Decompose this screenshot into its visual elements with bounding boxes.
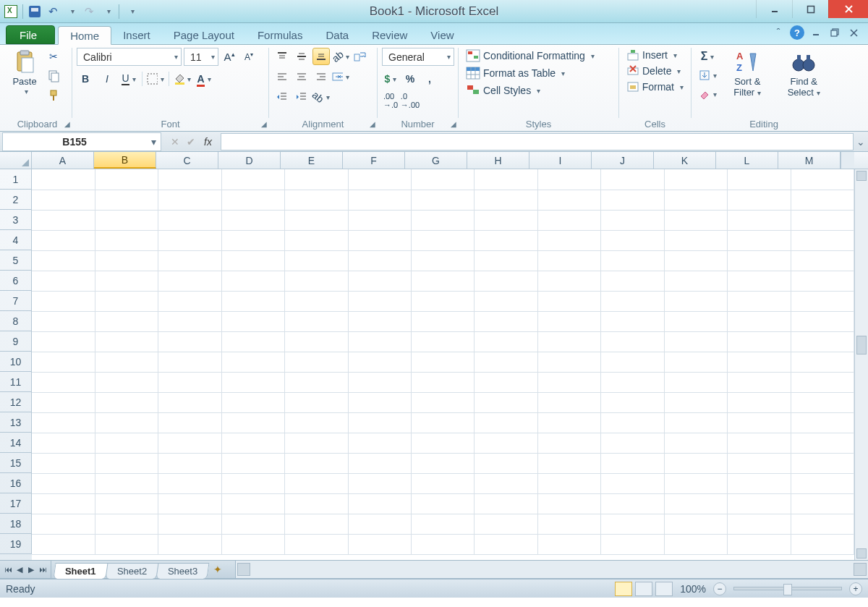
scroll-thumb[interactable] [856,336,867,355]
cell[interactable] [664,493,727,514]
cell[interactable] [158,392,221,412]
cell[interactable] [95,473,158,493]
cell[interactable] [412,534,475,554]
cell[interactable] [791,352,854,372]
cell[interactable] [412,311,475,331]
workbook-minimize-button[interactable] [809,25,823,40]
row-header-6[interactable]: 6 [0,271,32,291]
cell[interactable] [791,190,854,210]
chevron-down-icon[interactable]: ▾ [146,136,161,148]
cell[interactable] [285,412,348,433]
zoom-level[interactable]: 100% [680,583,706,595]
page-layout-view-button[interactable] [635,582,652,596]
row-header-3[interactable]: 3 [0,210,32,230]
format-painter-button[interactable] [45,87,62,104]
formula-input[interactable] [221,133,854,150]
cell[interactable] [348,473,411,493]
cell[interactable] [791,473,854,493]
delete-cells-button[interactable]: Delete▾ [624,64,686,78]
zoom-slider[interactable] [733,587,842,590]
column-header-G[interactable]: G [405,152,467,169]
cell[interactable] [601,291,664,311]
cell[interactable] [32,514,95,534]
cell[interactable] [158,169,221,190]
cell[interactable] [95,331,158,352]
redo-button[interactable]: ↷ [81,4,97,20]
cell[interactable] [791,250,854,271]
cell[interactable] [412,412,475,433]
column-header-K[interactable]: K [654,152,716,169]
cell[interactable] [158,311,221,331]
cell[interactable] [664,352,727,372]
font-name-combo[interactable]: Calibri▾ [77,48,182,66]
cell[interactable] [221,190,284,210]
cell[interactable] [475,392,537,412]
cell[interactable] [285,271,348,291]
cell[interactable] [412,514,475,534]
cell[interactable] [728,169,791,190]
cell[interactable] [348,352,411,372]
expand-formula-bar-button[interactable]: ⌄ [854,136,868,148]
column-header-L[interactable]: L [716,152,778,169]
cell[interactable] [32,412,95,433]
cell[interactable] [412,433,475,453]
cell[interactable] [412,372,475,392]
cell[interactable] [537,514,600,534]
cell[interactable] [537,473,600,493]
cell[interactable] [221,534,284,554]
column-header-J[interactable]: J [592,152,654,169]
cell[interactable] [728,210,791,230]
cell[interactable] [728,352,791,372]
cell[interactable] [221,514,284,534]
dialog-launcher-icon[interactable]: ◢ [370,120,375,128]
cell[interactable] [221,453,284,473]
cell[interactable] [412,230,475,250]
cell[interactable] [348,230,411,250]
cell[interactable] [728,311,791,331]
cell[interactable] [221,331,284,352]
cell[interactable] [664,412,727,433]
cell[interactable] [475,190,537,210]
undo-button[interactable]: ↶ [45,4,61,20]
align-center-button[interactable] [293,68,310,85]
cell[interactable] [412,169,475,190]
increase-font-button[interactable]: A▴ [221,48,238,66]
cell[interactable] [601,311,664,331]
cell[interactable] [664,210,727,230]
cell[interactable] [285,534,348,554]
cell[interactable] [537,493,600,514]
cell[interactable] [475,250,537,271]
copy-button[interactable] [45,67,62,85]
cell[interactable] [601,230,664,250]
cell[interactable] [95,210,158,230]
cell[interactable] [95,493,158,514]
cell[interactable] [158,473,221,493]
cell[interactable] [32,169,95,190]
comma-style-button[interactable]: , [421,70,438,88]
redo-dropdown[interactable]: ▾ [99,4,115,20]
cell[interactable] [412,453,475,473]
find-select-button[interactable]: Find & Select▾ [776,48,833,118]
cell[interactable] [728,291,791,311]
cell[interactable] [221,372,284,392]
cell[interactable] [475,433,537,453]
cell[interactable] [95,352,158,372]
cell[interactable] [32,534,95,554]
zoom-out-button[interactable]: − [713,582,726,595]
cell[interactable] [285,392,348,412]
cell[interactable] [412,190,475,210]
cell[interactable] [728,190,791,210]
cell[interactable] [537,392,600,412]
italic-button[interactable]: I [98,70,116,88]
row-header-10[interactable]: 10 [0,352,32,372]
tab-page-layout[interactable]: Page Layout [162,25,246,44]
column-header-E[interactable]: E [281,152,343,169]
cell[interactable] [285,291,348,311]
decrease-indent-button[interactable] [273,88,291,106]
merge-center-button[interactable]: ▾ [332,68,349,85]
cell[interactable] [728,392,791,412]
tab-data[interactable]: Data [314,25,360,44]
cell[interactable] [158,291,221,311]
clear-button[interactable]: ▾ [696,85,719,103]
cell[interactable] [601,392,664,412]
